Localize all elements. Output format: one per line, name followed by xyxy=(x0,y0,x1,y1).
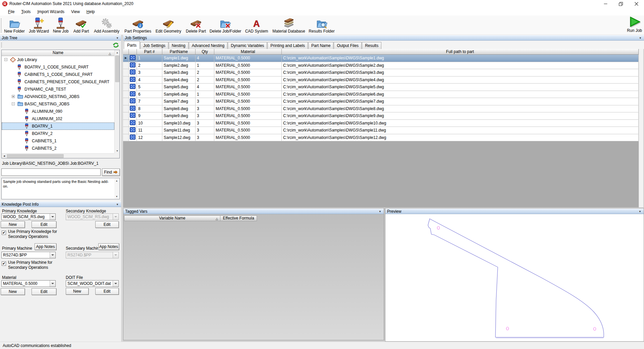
tree-item-aluminum-102[interactable]: ALUMINUM_102 xyxy=(2,115,114,122)
collapse-panel-icon[interactable]: ▼ xyxy=(116,37,119,40)
collapse-panel-icon[interactable]: ▼ xyxy=(379,210,381,213)
job-description-box[interactable]: Sample job showing standard parts using … xyxy=(1,178,120,199)
toolbar-new-job[interactable]: New Job xyxy=(53,17,69,34)
parts-row-12[interactable]: 12Sample12.dwg3MATERIAL_0.5000C:\rcim_wo… xyxy=(123,134,639,142)
row-selector[interactable] xyxy=(123,134,129,142)
primary-knowledge-select[interactable]: WOOD_SCIM_RS.dwg xyxy=(1,213,56,220)
tab-results[interactable]: Results xyxy=(362,42,381,49)
column-header-qty[interactable]: Qty xyxy=(196,49,214,55)
secondary-app-notes-button[interactable]: App Notes xyxy=(98,243,119,250)
tree-item-boatrv-1-code-single-part[interactable]: BOATRV_1_CODE_SINGLE_PART xyxy=(2,63,114,71)
minimize-button[interactable] xyxy=(598,0,613,8)
parts-row-4[interactable]: 4Sample4.dwg2MATERIAL_0.5000C:\rcim_work… xyxy=(123,77,639,84)
tree-name-column-header[interactable]: Name △ xyxy=(2,50,114,56)
toolbar-run-job[interactable]: Run Job xyxy=(627,16,642,33)
tree-item-aluminum-090[interactable]: ALUMINUM_090 xyxy=(2,108,114,115)
scroll-down-icon[interactable]: ▼ xyxy=(114,194,119,199)
tree-item-boatrv-2[interactable]: BOATRV_2 xyxy=(2,130,114,137)
toolbar-add-assembly[interactable]: Add Assembly xyxy=(94,17,119,34)
tree-item-cabinets-prenest-code-single-part[interactable]: CABINETS_PRENEST_CODE_SINGLE_PART xyxy=(2,78,114,86)
toolbar-material-database[interactable]: Material Database xyxy=(272,17,305,34)
variable-name-column-header[interactable]: Variable Name △ xyxy=(124,215,220,221)
row-selector[interactable] xyxy=(123,69,129,77)
find-button[interactable]: Find xyxy=(102,168,120,176)
column-header-blank[interactable] xyxy=(129,49,137,55)
menu-file[interactable]: File xyxy=(5,8,18,15)
scrollbar-thumb[interactable] xyxy=(115,55,119,82)
tree-vertical-scrollbar[interactable]: ▲ ▼ xyxy=(114,50,119,153)
collapse-panel-icon[interactable]: ▼ xyxy=(639,37,642,40)
primary-app-notes-button[interactable]: App Notes xyxy=(35,243,56,250)
tab-job-settings[interactable]: Job Settings xyxy=(140,42,168,49)
toolbar-cad-system[interactable]: ACAD System xyxy=(245,17,268,34)
parts-row-8[interactable]: 8Sample8.dwg3MATERIAL_0.5000C:\rcim_work… xyxy=(123,105,639,113)
tree-item-cabinets-2[interactable]: CABINETS_2 xyxy=(2,145,114,152)
tree-item-basic-nesting-jobs[interactable]: -BASIC_NESTING_JOBS xyxy=(2,100,114,108)
doit-new-button[interactable]: New xyxy=(66,288,89,295)
toolbar-new-folder[interactable]: New Folder xyxy=(4,17,24,34)
collapse-panel-icon[interactable]: ▼ xyxy=(116,203,119,206)
parts-row-6[interactable]: 6Sample6.dwg1MATERIAL_0.5000C:\rcim_work… xyxy=(123,91,639,98)
toolbar-delete-part[interactable]: Delete Part xyxy=(186,17,206,34)
row-selector[interactable] xyxy=(123,98,129,105)
tab-advanced-nesting[interactable]: Advanced Nesting xyxy=(189,42,227,49)
chevron-down-icon[interactable] xyxy=(50,214,55,220)
tree-item-cabinets-1-code-single-part[interactable]: CABINETS_1_CODE_SINGLE_PART xyxy=(2,71,114,78)
tree-horizontal-scrollbar[interactable]: ◀ xyxy=(2,153,114,158)
secondary-knowledge-edit-button[interactable]: Edit xyxy=(95,221,119,228)
row-selector[interactable] xyxy=(123,112,129,120)
refresh-button[interactable] xyxy=(112,42,119,48)
material-new-button[interactable]: New xyxy=(1,288,25,295)
parts-row-9[interactable]: 9Sample9.dwg3MATERIAL_0.5000C:\rcim_work… xyxy=(123,112,639,120)
description-scrollbar[interactable]: ▲ ▼ xyxy=(114,179,119,199)
close-button[interactable] xyxy=(629,0,644,8)
toolbar-part-properties[interactable]: iPart Properties xyxy=(124,17,151,34)
row-selector[interactable] xyxy=(123,105,129,113)
parts-row-3[interactable]: 3Sample3.dwg2MATERIAL_0.5000C:\rcim_work… xyxy=(123,69,639,77)
row-selector[interactable] xyxy=(123,77,129,84)
chevron-down-icon[interactable] xyxy=(50,252,55,258)
collapse-panel-icon[interactable]: ▼ xyxy=(639,210,641,213)
parts-row-11[interactable]: 11Sample11.dwg3MATERIAL_0.5000C:\rcim_wo… xyxy=(123,127,639,134)
row-selector[interactable] xyxy=(123,91,129,98)
chevron-down-icon[interactable] xyxy=(113,281,118,287)
tree-item-boatrv-1[interactable]: BOATRV_1 xyxy=(2,122,114,130)
column-header-material[interactable]: Material xyxy=(214,49,282,55)
row-selector[interactable] xyxy=(123,62,129,69)
use-primary-knowledge-checkbox[interactable]: ✔ xyxy=(2,231,6,235)
row-selector[interactable] xyxy=(123,120,129,127)
menu-view[interactable]: View xyxy=(68,8,83,15)
find-input[interactable] xyxy=(1,168,101,176)
tab-part-name[interactable]: Part Name xyxy=(308,42,333,49)
knowledge-new-button[interactable]: New xyxy=(1,221,25,228)
tab-printing-and-labels[interactable]: Printing and Labels xyxy=(267,42,308,49)
scrollbar-thumb[interactable] xyxy=(7,154,64,158)
tab-dynamic-variables[interactable]: Dynamic Variables xyxy=(228,42,267,49)
toolbar-delete-job-folder[interactable]: Delete Job/Folder xyxy=(210,17,241,34)
knowledge-edit-button[interactable]: Edit xyxy=(32,221,56,228)
menu-help[interactable]: Help xyxy=(83,8,98,15)
parts-row-7[interactable]: 7Sample7.dwg3MATERIAL_0.5000C:\rcim_work… xyxy=(123,98,639,105)
column-header-part[interactable]: Part # xyxy=(137,49,162,55)
scroll-up-icon[interactable]: ▲ xyxy=(115,50,120,55)
primary-machine-select[interactable]: RS274D.$PP xyxy=(1,252,56,258)
chevron-down-icon[interactable] xyxy=(50,281,55,287)
tree-item-cabinets-1[interactable]: CABINETS_1 xyxy=(2,137,114,145)
parts-row-5[interactable]: 5Sample5.dwg4MATERIAL_0.5000C:\rcim_work… xyxy=(123,84,639,91)
use-primary-machine-checkbox[interactable]: ✔ xyxy=(2,261,6,266)
parts-grid-scrollbar[interactable] xyxy=(639,49,643,207)
material-select[interactable]: MATERIAL_0.5000 xyxy=(1,280,56,287)
toolbar-add-part[interactable]: Add Part xyxy=(73,17,89,34)
toolbar-job-wizard[interactable]: Job Wizard xyxy=(29,17,49,34)
toolbar-results-folder[interactable]: Results Folder xyxy=(309,17,334,34)
scroll-up-icon[interactable]: ▲ xyxy=(114,179,119,183)
row-selector[interactable] xyxy=(123,84,129,91)
tab-parts[interactable]: Parts xyxy=(124,41,140,49)
expand-icon[interactable]: + xyxy=(12,95,15,98)
row-selector[interactable] xyxy=(123,127,129,134)
parts-row-2[interactable]: 2Sample2.dwg1MATERIAL_0.5000C:\rcim_work… xyxy=(123,62,639,69)
menu-import-wizards[interactable]: Import Wizards xyxy=(34,8,68,15)
tab-nesting[interactable]: Nesting xyxy=(169,42,189,49)
material-edit-button[interactable]: Edit xyxy=(32,288,56,295)
row-pointer-icon[interactable]: ▶ xyxy=(123,55,129,62)
